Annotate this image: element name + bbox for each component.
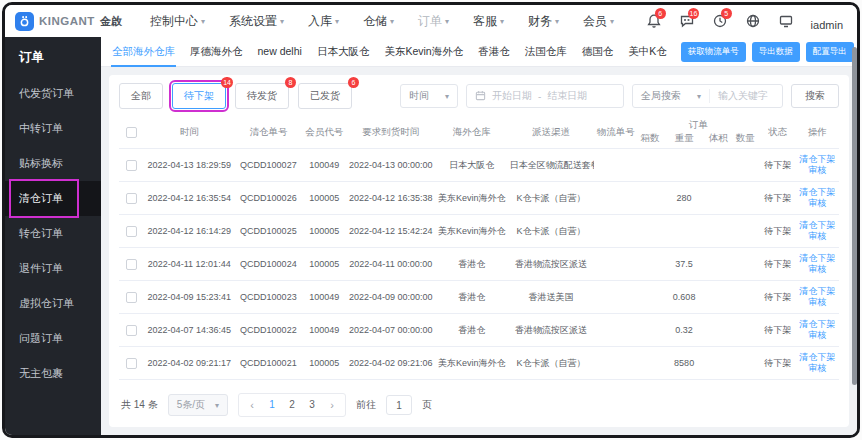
warehouse-tab[interactable]: 全部海外仓库	[111, 36, 176, 67]
select-all-checkbox[interactable]	[126, 127, 137, 138]
sidebar-item[interactable]: 无主包裹	[5, 356, 101, 391]
row-checkbox[interactable]	[126, 358, 137, 369]
col-volume: 体积	[706, 132, 731, 149]
sidebar-item[interactable]: 转仓订单	[5, 216, 101, 251]
top-menu-item[interactable]: 财务 ▾	[528, 13, 559, 30]
status-filter-chip[interactable]: 待下架 14	[172, 83, 226, 109]
status-filter-chip[interactable]: 全部	[119, 83, 163, 109]
top-menu-item[interactable]: 系统设置 ▾	[229, 13, 284, 30]
per-page-select[interactable]: 5条/页 ▾	[168, 394, 228, 416]
row-checkbox[interactable]	[126, 325, 137, 336]
chevron-down-icon: ▾	[215, 401, 219, 410]
search-scope-select[interactable]: 全局搜索▾	[633, 89, 709, 103]
warehouse-tab[interactable]: 美东Kevin海外仓	[383, 36, 464, 67]
audit-link[interactable]: 审核	[798, 330, 837, 341]
time-field-select[interactable]: 时间▾	[400, 84, 458, 108]
next-page-button[interactable]: ›	[323, 395, 341, 415]
sidebar-item[interactable]: 贴标换标	[5, 146, 101, 181]
cell-time: 2022-04-11 12:01:44	[144, 248, 234, 281]
top-menu-item[interactable]: 客服 ▾	[473, 13, 504, 30]
cell-warehouse: 香港仓	[436, 248, 508, 281]
audit-link[interactable]: 审核	[798, 264, 837, 275]
sidebar-item[interactable]: 清仓订单	[5, 181, 101, 216]
action-button[interactable]: 获取物流单号	[681, 42, 746, 62]
table-row: 2022-04-07 14:36:45 QCDD100022 100049 20…	[119, 314, 839, 347]
action-button[interactable]: 导出数据	[752, 42, 800, 62]
goto-page-input[interactable]	[386, 395, 412, 415]
top-menu-item[interactable]: 控制中心 ▾	[150, 13, 205, 30]
clearance-offshelf-link[interactable]: 清仓下架	[798, 286, 837, 297]
status-filter-chip[interactable]: 已发货 6	[298, 83, 352, 109]
clearance-offshelf-link[interactable]: 清仓下架	[798, 352, 837, 363]
warehouse-tab[interactable]: 日本大阪仓	[316, 36, 371, 67]
audit-link[interactable]: 审核	[798, 363, 837, 374]
col-qty: 数量	[731, 132, 760, 149]
language-globe-icon[interactable]	[745, 13, 761, 29]
page-number-button[interactable]: 1	[263, 395, 281, 415]
cell-time: 2022-04-13 18:29:59	[144, 149, 234, 182]
clock-badge: 5	[721, 8, 732, 19]
clearance-offshelf-link[interactable]: 清仓下架	[798, 187, 837, 198]
sidebar-title: 订单	[5, 39, 101, 76]
audit-link[interactable]: 审核	[798, 231, 837, 242]
row-checkbox[interactable]	[126, 226, 137, 237]
chevron-down-icon: ▾	[555, 17, 559, 26]
top-menu-item[interactable]: 仓储 ▾	[363, 13, 394, 30]
page-number-button[interactable]: 3	[303, 395, 321, 415]
warehouse-tab[interactable]: new delhi	[257, 36, 303, 67]
cell-channel: K仓卡派（自营）	[508, 182, 594, 215]
row-checkbox[interactable]	[126, 292, 137, 303]
audit-link[interactable]: 审核	[798, 198, 837, 209]
sidebar-item[interactable]: 中转订单	[5, 111, 101, 146]
cell-member: 100005	[303, 182, 346, 215]
notification-bell-icon[interactable]: 6	[646, 13, 662, 29]
cell-warehouse: 香港仓	[436, 314, 508, 347]
current-user[interactable]: iadmin	[811, 19, 843, 31]
prev-page-button[interactable]: ‹	[243, 395, 261, 415]
bell-badge: 6	[655, 8, 666, 19]
clearance-offshelf-link[interactable]: 清仓下架	[798, 319, 837, 330]
warehouse-tab[interactable]: 香港仓	[477, 36, 511, 67]
date-start-placeholder: 开始日期	[492, 89, 532, 103]
row-checkbox[interactable]	[126, 193, 137, 204]
cell-required-time: 2022-04-13 00:00:00	[346, 149, 436, 182]
monitor-icon[interactable]	[778, 13, 794, 29]
top-menu-item[interactable]: 入库 ▾	[308, 13, 339, 30]
page-number-button[interactable]: 2	[283, 395, 301, 415]
date-range-picker[interactable]: 开始日期 - 结束日期	[466, 84, 624, 108]
top-menu-item[interactable]: 会员 ▾	[583, 13, 614, 30]
warehouse-tab[interactable]: 厚德海外仓	[189, 36, 244, 67]
cell-boxes	[637, 347, 662, 380]
clearance-offshelf-link[interactable]: 清仓下架	[798, 253, 837, 264]
message-icon[interactable]: 16	[679, 13, 695, 29]
clock-icon[interactable]: 5	[712, 13, 728, 29]
warehouse-tab[interactable]: 美中K仓	[627, 36, 668, 67]
audit-link[interactable]: 审核	[798, 297, 837, 308]
cell-boxes	[637, 248, 662, 281]
cell-channel: K仓卡派（自营）	[508, 347, 594, 380]
chevron-down-icon: ▾	[697, 92, 701, 101]
search-button[interactable]: 搜索	[791, 84, 839, 108]
sidebar-item[interactable]: 代发货订单	[5, 76, 101, 111]
sidebar-item[interactable]: 虚拟仓订单	[5, 286, 101, 321]
warehouse-tab[interactable]: 德国仓	[581, 36, 615, 67]
audit-link[interactable]: 审核	[798, 165, 837, 176]
top-menu-item[interactable]: 订单 ▾	[418, 13, 449, 30]
cell-qty	[731, 215, 760, 248]
clearance-offshelf-link[interactable]: 清仓下架	[798, 154, 837, 165]
orders-table: 时间 清仓单号 会员代号 要求到货时间 海外仓库 派送渠道 物流单号 订单 状态…	[119, 116, 839, 383]
keyword-input[interactable]: 输入关键字	[710, 89, 782, 103]
cell-boxes	[637, 215, 662, 248]
cell-ops: 清仓下架 审核	[796, 182, 839, 215]
row-checkbox[interactable]	[126, 160, 137, 171]
status-filter-chip[interactable]: 待发货 8	[235, 83, 289, 109]
vertical-scrollbar[interactable]	[852, 47, 857, 385]
action-button[interactable]: 配置导出	[806, 42, 854, 62]
cell-tracking	[594, 149, 637, 182]
row-checkbox[interactable]	[126, 259, 137, 270]
sidebar-item[interactable]: 退件订单	[5, 251, 101, 286]
warehouse-tab[interactable]: 法国仓库	[524, 36, 568, 67]
clearance-offshelf-link[interactable]: 清仓下架	[798, 220, 837, 231]
brand-icon	[15, 12, 34, 31]
sidebar-item[interactable]: 问题订单	[5, 321, 101, 356]
